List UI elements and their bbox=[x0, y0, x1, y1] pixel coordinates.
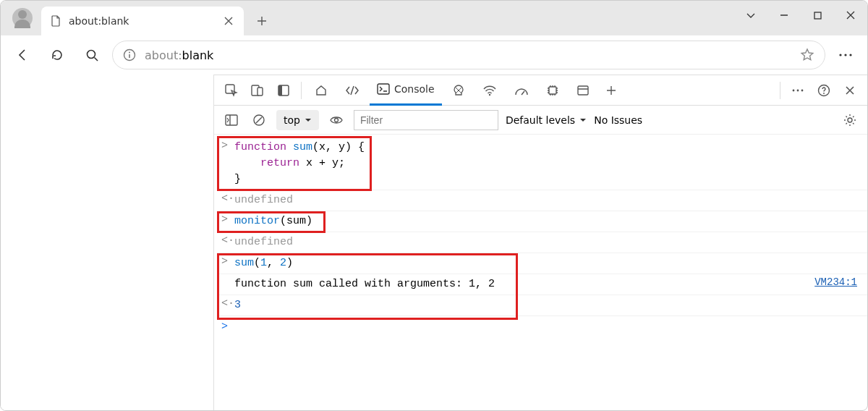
svg-rect-21 bbox=[226, 115, 237, 125]
tab-network[interactable] bbox=[475, 75, 504, 106]
svg-point-13 bbox=[488, 93, 490, 95]
svg-rect-11 bbox=[278, 85, 282, 96]
context-selector[interactable]: top bbox=[276, 110, 319, 130]
svg-point-5 bbox=[844, 54, 846, 56]
help-icon[interactable] bbox=[812, 79, 835, 102]
svg-point-16 bbox=[793, 89, 795, 91]
dock-icon[interactable] bbox=[272, 79, 295, 102]
svg-rect-15 bbox=[578, 86, 588, 95]
tab-console-label: Console bbox=[394, 83, 435, 95]
tab-sources[interactable] bbox=[445, 75, 472, 106]
favorite-icon[interactable] bbox=[800, 48, 814, 62]
svg-rect-7 bbox=[226, 85, 234, 93]
page-icon bbox=[50, 15, 61, 27]
console-input-row: > monitor(sum) bbox=[217, 211, 867, 232]
svg-point-17 bbox=[797, 89, 799, 91]
more-button[interactable] bbox=[831, 41, 860, 69]
source-link[interactable]: VM234:1 bbox=[814, 276, 857, 288]
toolbar: about:blank bbox=[1, 35, 867, 75]
tab-application[interactable] bbox=[569, 75, 597, 106]
reload-button[interactable] bbox=[43, 41, 72, 69]
svg-rect-14 bbox=[549, 87, 556, 94]
tab-title: about:blank bbox=[69, 15, 215, 27]
svg-point-24 bbox=[848, 118, 852, 122]
new-tab-button[interactable] bbox=[250, 9, 274, 33]
tab-memory[interactable] bbox=[539, 75, 566, 106]
console-log-row: function sum called with arguments: 1, 2… bbox=[217, 274, 867, 295]
devtools-close-icon[interactable] bbox=[838, 79, 861, 102]
tab-close-button[interactable] bbox=[222, 14, 235, 27]
svg-rect-0 bbox=[814, 12, 821, 19]
search-button[interactable] bbox=[77, 41, 106, 69]
live-expression-icon[interactable] bbox=[326, 110, 346, 130]
close-window-button[interactable] bbox=[834, 1, 867, 30]
url-text: about:blank bbox=[145, 48, 791, 62]
console-toolbar: top Default levels No Issues bbox=[214, 106, 867, 135]
minimize-button[interactable] bbox=[767, 1, 801, 30]
titlebar: about:blank bbox=[1, 1, 867, 35]
devtools-more-icon[interactable] bbox=[786, 79, 809, 102]
chevron-down-icon[interactable] bbox=[734, 1, 767, 30]
chevron-down-icon bbox=[305, 116, 312, 124]
chevron-down-icon bbox=[579, 116, 587, 124]
profile-avatar[interactable] bbox=[12, 8, 33, 28]
tab-elements[interactable] bbox=[338, 75, 367, 106]
info-icon[interactable] bbox=[123, 48, 136, 62]
browser-tab[interactable]: about:blank bbox=[41, 7, 244, 35]
svg-point-23 bbox=[334, 118, 338, 122]
clear-console-icon[interactable] bbox=[249, 110, 269, 130]
svg-point-6 bbox=[849, 54, 851, 56]
tab-performance[interactable] bbox=[507, 75, 536, 106]
address-bar[interactable]: about:blank bbox=[112, 41, 825, 69]
svg-point-4 bbox=[839, 54, 841, 56]
inspect-icon[interactable] bbox=[220, 79, 243, 102]
devtools-tabstrip: Console bbox=[214, 75, 867, 106]
page-viewport bbox=[1, 75, 214, 410]
console-input-row: > function sum(x, y) { return x + y; } bbox=[217, 137, 867, 190]
console-output-row: <· 3 bbox=[217, 295, 867, 316]
console-prompt[interactable]: > bbox=[217, 316, 867, 337]
sidebar-toggle-icon[interactable] bbox=[221, 110, 242, 130]
back-button[interactable] bbox=[8, 41, 37, 69]
console-output-row: <· undefined bbox=[217, 232, 867, 253]
log-levels[interactable]: Default levels bbox=[506, 114, 587, 126]
tab-welcome[interactable] bbox=[307, 75, 335, 106]
console-output: > function sum(x, y) { return x + y; } <… bbox=[214, 135, 867, 410]
more-tabs-button[interactable] bbox=[600, 79, 623, 102]
filter-input[interactable] bbox=[354, 110, 498, 130]
svg-point-1 bbox=[88, 51, 95, 59]
window-controls bbox=[734, 1, 867, 30]
console-settings-icon[interactable] bbox=[840, 110, 860, 130]
svg-rect-9 bbox=[258, 88, 263, 96]
svg-point-20 bbox=[823, 93, 825, 94]
device-icon[interactable] bbox=[246, 79, 269, 102]
console-input-row: > sum(1, 2) bbox=[217, 253, 867, 274]
tab-console[interactable]: Console bbox=[370, 75, 442, 106]
console-output-row: <· undefined bbox=[217, 190, 867, 211]
context-label: top bbox=[284, 114, 300, 126]
svg-rect-12 bbox=[378, 84, 389, 94]
svg-point-18 bbox=[801, 89, 804, 91]
issues-label[interactable]: No Issues bbox=[594, 114, 642, 126]
maximize-button[interactable] bbox=[801, 1, 834, 30]
svg-point-3 bbox=[129, 52, 130, 54]
devtools-panel: Console top bbox=[214, 75, 867, 410]
content-area: Console top bbox=[1, 75, 867, 410]
